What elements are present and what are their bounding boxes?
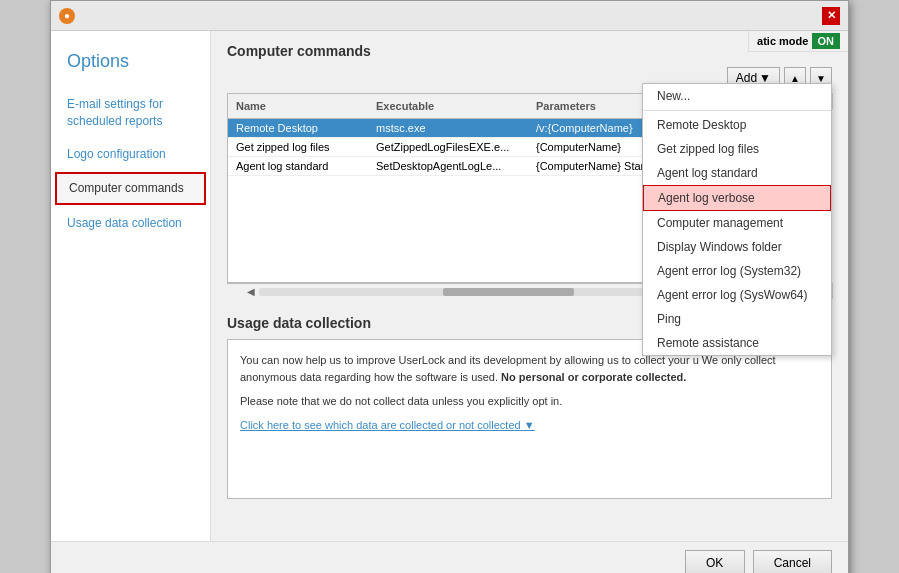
dropdown-separator [643,110,831,111]
dropdown-item-get-zipped[interactable]: Get zipped log files [643,137,831,161]
close-button[interactable]: ✕ [822,7,840,25]
cell-exec-1: GetZippedLogFilesEXE.e... [368,138,528,156]
usage-data-link[interactable]: Click here to see which data are collect… [240,419,535,431]
dropdown-item-agent-error-syswow64[interactable]: Agent error log (SysWow64) [643,283,831,307]
computer-commands-title: Computer commands [227,43,832,59]
ok-button[interactable]: OK [685,550,745,573]
dropdown-item-remote-assistance[interactable]: Remote assistance [643,331,831,355]
cancel-button[interactable]: Cancel [753,550,832,573]
usage-paragraph-1: You can now help us to improve UserLock … [240,352,819,385]
usage-data-box: You can now help us to improve UserLock … [227,339,832,499]
cell-exec-0: mstsc.exe [368,119,528,137]
header-name: Name [228,98,368,114]
cell-name-1: Get zipped log files [228,138,368,156]
dropdown-item-new[interactable]: New... [643,84,831,108]
sidebar-item-logo-config[interactable]: Logo configuration [51,138,210,171]
link-arrow-icon: ▼ [524,419,535,431]
sidebar-item-usage-data[interactable]: Usage data collection [51,207,210,240]
cell-name-2: Agent log standard [228,157,368,175]
dropdown-item-display-windows-folder[interactable]: Display Windows folder [643,235,831,259]
sidebar-title: Options [51,41,210,88]
title-bar-left: ● [59,8,75,24]
dropdown-item-computer-management[interactable]: Computer management [643,211,831,235]
sidebar-item-email-settings[interactable]: E-mail settings for scheduled reports [51,88,210,138]
sidebar: Options E-mail settings for scheduled re… [51,31,211,541]
dropdown-item-remote-desktop[interactable]: Remote Desktop [643,113,831,137]
usage-paragraph-2: Please note that we do not collect data … [240,393,819,410]
options-dialog: ● ✕ Options E-mail settings for schedule… [50,0,849,573]
cell-exec-2: SetDesktopAgentLogLe... [368,157,528,175]
sidebar-item-computer-commands[interactable]: Computer commands [55,172,206,205]
atic-mode-badge: atic mode ON [748,31,848,52]
dropdown-menu: New... Remote Desktop Get zipped log fil… [642,83,832,356]
dropdown-item-agent-log-verbose[interactable]: Agent log verbose [643,185,831,211]
dialog-footer: OK Cancel [51,541,848,573]
mode-on-badge: ON [812,33,841,49]
cell-name-0: Remote Desktop [228,119,368,137]
dropdown-item-agent-error-system32[interactable]: Agent error log (System32) [643,259,831,283]
scroll-left-arrow-icon[interactable]: ◀ [243,286,259,297]
scrollbar-thumb [443,288,574,296]
dialog-body: Options E-mail settings for scheduled re… [51,31,848,541]
app-icon: ● [59,8,75,24]
title-bar: ● ✕ [51,1,848,31]
dropdown-item-agent-log-standard[interactable]: Agent log standard [643,161,831,185]
main-content: atic mode ON Computer commands Add ▼ ▲ ▼ [211,31,848,541]
dropdown-item-ping[interactable]: Ping [643,307,831,331]
header-executable: Executable [368,98,528,114]
